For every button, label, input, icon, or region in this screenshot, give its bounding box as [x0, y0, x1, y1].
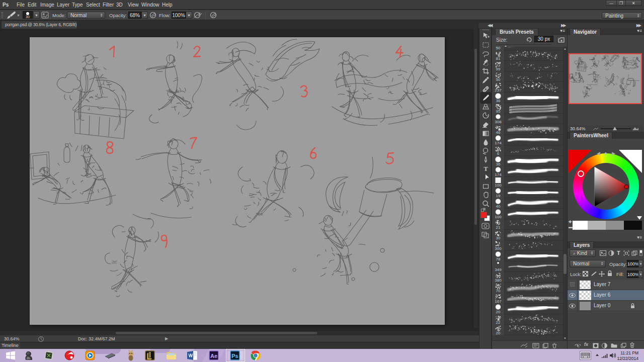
svg-text:Ps: Ps: [231, 353, 238, 359]
svg-text:T: T: [484, 165, 488, 172]
svg-text:Ae: Ae: [210, 353, 217, 359]
